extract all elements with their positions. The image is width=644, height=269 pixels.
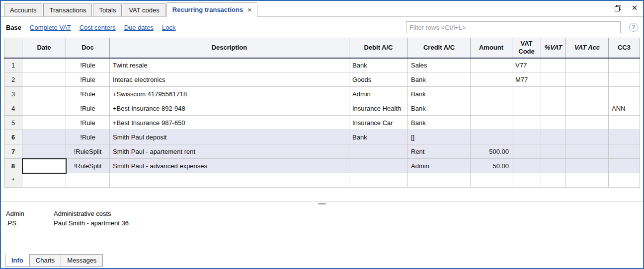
cell-doc[interactable]: !Rule [66, 130, 110, 144]
cell-vat_acc[interactable] [566, 173, 609, 188]
cell-amount[interactable] [471, 116, 512, 130]
cell-amount[interactable] [471, 101, 512, 116]
tab-vat-codes[interactable]: VAT codes [123, 3, 165, 16]
col-header-cc3[interactable]: CC3 [609, 38, 640, 58]
cell-vat_code[interactable] [512, 87, 541, 101]
cell-credit[interactable]: Admin [408, 159, 471, 173]
cell-cc3[interactable] [609, 116, 640, 130]
cell-debit[interactable] [349, 159, 408, 173]
cell-description[interactable]: Twint resale [110, 58, 349, 72]
cell-credit[interactable]: [] [408, 130, 471, 144]
cell-amount[interactable] [471, 87, 512, 101]
cell-credit[interactable]: Bank [408, 72, 471, 87]
cell-doc[interactable]: !Rule [66, 72, 110, 87]
link-cost-centers[interactable]: Cost centers [80, 24, 116, 31]
cell-debit[interactable]: Bank [349, 58, 408, 72]
cell-description[interactable]: Interac electronics [110, 72, 349, 87]
cell-vat_code[interactable] [512, 101, 541, 116]
cell-vat_acc[interactable] [566, 159, 609, 173]
tab-close-icon[interactable]: × [247, 6, 251, 13]
cell-vat_acc[interactable] [566, 130, 609, 144]
col-header-vat-acc[interactable]: VAT Acc [566, 38, 609, 58]
col-header-credit[interactable]: Credit A/C [408, 38, 471, 58]
cell-credit[interactable]: Bank [408, 101, 471, 116]
row-number[interactable]: 8 [4, 159, 22, 173]
cell-amount[interactable] [471, 130, 512, 144]
tab-recurring-transactions[interactable]: Recurring transactions × [166, 2, 258, 17]
cell-pct_vat[interactable] [541, 144, 566, 159]
row-number[interactable]: 7 [4, 144, 22, 159]
cell-doc[interactable]: !RuleSplit [66, 144, 110, 159]
cell-vat_code[interactable]: V77 [512, 58, 541, 72]
cell-cc3[interactable]: ANN [609, 101, 640, 116]
cell-credit[interactable]: Bank [408, 116, 471, 130]
col-header-doc[interactable]: Doc [66, 38, 110, 58]
cell-description[interactable]: +Swisscom 41795561718 [110, 87, 349, 101]
cell-cc3[interactable] [609, 72, 640, 87]
cell-credit[interactable]: Rent [408, 144, 471, 159]
cell-amount[interactable]: 500.00 [471, 144, 512, 159]
cell-cc3[interactable] [609, 87, 640, 101]
cell-date[interactable] [22, 72, 66, 87]
cell-pct_vat[interactable] [541, 173, 566, 188]
cell-doc[interactable]: !Rule [66, 87, 110, 101]
cell-cc3[interactable] [609, 144, 640, 159]
tab-totals[interactable]: Totals [93, 3, 122, 16]
link-complete-vat[interactable]: Complete VAT [30, 24, 71, 31]
cell-amount[interactable] [471, 173, 512, 188]
row-number[interactable]: 5 [4, 116, 22, 130]
cell-vat_acc[interactable] [566, 58, 609, 72]
col-header-amount[interactable]: Amount [471, 38, 512, 58]
row-number[interactable]: 4 [4, 101, 22, 116]
cell-doc[interactable]: !Rule [66, 116, 110, 130]
close-window-icon[interactable]: ✕ [630, 3, 639, 12]
cell-cc3[interactable] [609, 58, 640, 72]
cell-description[interactable]: Smith Paul deposit [110, 130, 349, 144]
cell-description[interactable]: +Best Insurance 987-650 [110, 116, 349, 130]
cell-pct_vat[interactable] [541, 101, 566, 116]
restore-window-icon[interactable] [613, 3, 622, 12]
cell-pct_vat[interactable] [541, 87, 566, 101]
cell-amount[interactable] [471, 72, 512, 87]
cell-date[interactable] [22, 101, 66, 116]
cell-debit[interactable]: Insurance Car [349, 116, 408, 130]
cell-debit[interactable] [349, 173, 408, 188]
tab-transactions[interactable]: Transactions [43, 3, 92, 16]
cell-vat_acc[interactable] [566, 87, 609, 101]
cell-vat_code[interactable] [512, 159, 541, 173]
col-header-pct-vat[interactable]: %VAT [541, 38, 566, 58]
cell-debit[interactable]: Bank [349, 130, 408, 144]
row-number[interactable]: 3 [4, 87, 22, 101]
cell-cc3[interactable] [609, 130, 640, 144]
cell-amount[interactable] [471, 58, 512, 72]
row-number[interactable]: 6 [4, 130, 22, 144]
cell-pct_vat[interactable] [541, 72, 566, 87]
cell-vat_acc[interactable] [566, 116, 609, 130]
cell-debit[interactable]: Admin [349, 87, 408, 101]
tab-messages[interactable]: Messages [61, 254, 103, 267]
cell-cc3[interactable] [609, 159, 640, 173]
cell-date[interactable] [22, 116, 66, 130]
filter-rows-input[interactable] [406, 21, 621, 33]
col-header-date[interactable]: Date [22, 38, 66, 58]
cell-description[interactable]: +Best Insurance 892-948 [110, 101, 349, 116]
cell-credit[interactable]: Sales [408, 58, 471, 72]
cell-vat_code[interactable] [512, 173, 541, 188]
cell-vat_code[interactable] [512, 144, 541, 159]
cell-description[interactable]: Smith Paul - advanced expenses [110, 159, 349, 173]
cell-vat_code[interactable] [512, 130, 541, 144]
cell-debit[interactable]: Goods [349, 72, 408, 87]
row-number[interactable]: 2 [4, 72, 22, 87]
col-header-vat-code[interactable]: VAT Code [512, 38, 541, 58]
corner-cell[interactable] [4, 38, 22, 58]
cell-date[interactable] [22, 144, 66, 159]
col-header-description[interactable]: Description [110, 38, 349, 58]
cell-date[interactable] [22, 87, 66, 101]
tab-info[interactable]: Info [5, 254, 30, 267]
cell-credit[interactable]: Bank [408, 87, 471, 101]
cell-pct_vat[interactable] [541, 116, 566, 130]
cell-debit[interactable] [349, 144, 408, 159]
cell-date[interactable] [22, 58, 66, 72]
cell-pct_vat[interactable] [541, 130, 566, 144]
cell-vat_acc[interactable] [566, 144, 609, 159]
